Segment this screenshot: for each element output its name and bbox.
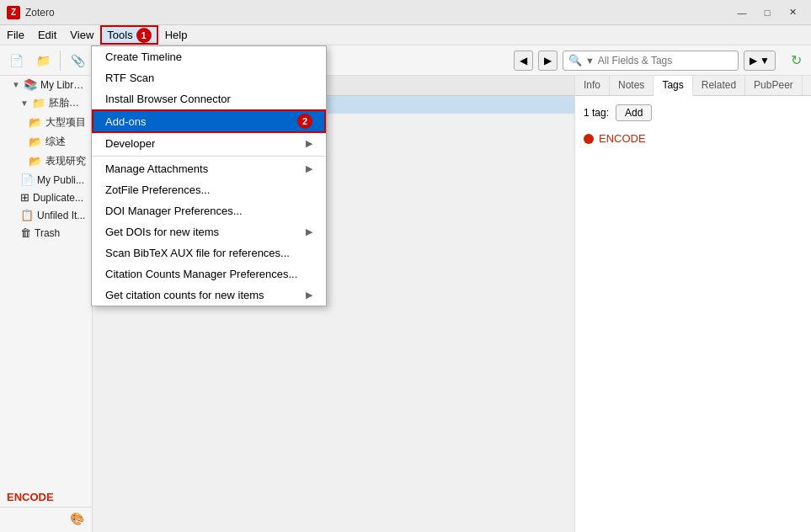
encode-tag-bottom: ENCODE [7,491,54,503]
close-button[interactable]: ✕ [781,4,804,21]
right-panel: Info Notes Tags Related PubPeer 1 tag: A… [575,76,811,532]
sidebar-item-summary[interactable]: 📂 综述 [0,132,92,152]
minimize-button[interactable]: — [730,4,754,21]
menu-help[interactable]: Help [158,25,195,45]
dropdown-install-browser[interactable]: Install Browser Connector [92,88,326,109]
search-prefix: ▼ [585,56,595,66]
right-tabs: Info Notes Tags Related PubPeer [575,76,811,96]
tag-count-row: 1 tag: Add [584,104,803,121]
sidebar-item-trash[interactable]: 🗑 Trash [0,224,92,242]
citation-counts-label: Citation Counts Manager Preferences... [105,268,297,280]
manage-attachments-label: Manage Attachments [105,162,208,175]
developer-arrow: ▶ [306,138,312,149]
sidebar-item-embryo[interactable]: ▼ 📁 胚胎发育 [0,93,92,113]
tab-notes[interactable]: Notes [610,76,654,95]
search-box: 🔍 ▼ [563,51,739,71]
sidebar-item-unfiled[interactable]: 📋 Unfiled It... [0,206,92,224]
app-icon: Z [7,6,20,19]
menu-edit[interactable]: Edit [31,25,63,45]
menu-file[interactable]: File [0,25,31,45]
sidebar-item-my-library[interactable]: ▼ 📚 My Library [0,76,92,93]
developer-label: Developer [105,137,155,150]
dropdown-citation-counts[interactable]: Citation Counts Manager Preferences... [92,263,326,285]
rtf-scan-label: RTF Scan [105,72,154,84]
step2-badge: 2 [297,114,312,129]
dropdown-developer[interactable]: Developer ▶ [92,133,326,154]
unfiled-label: Unfiled It... [37,210,85,221]
folder-large-icon: 📂 [29,116,42,129]
publications-icon: 📄 [20,173,34,186]
title-bar: Z Zotero — □ ✕ [0,0,811,25]
sidebar-item-duplicates[interactable]: ⊞ Duplicate... [0,189,92,206]
library-icon: 📚 [24,78,37,91]
dropdown-create-timeline[interactable]: Create Timeline [92,46,326,67]
large-project-label: 大型项目 [45,115,86,130]
dropdown-scan-bibtex[interactable]: Scan BibTeX AUX file for references... [92,242,326,263]
menu-tools[interactable]: Tools 1 [100,25,157,45]
unfiled-icon: 📋 [20,209,34,221]
my-publications-label: My Publi... [37,174,84,186]
left-bottom-bar: 🎨 [0,507,93,532]
forward-button[interactable]: ▶ [538,51,558,71]
duplicates-icon: ⊞ [20,191,29,204]
tag-color-dot [584,134,594,144]
install-browser-label: Install Browser Connector [105,93,231,105]
window-controls: — □ ✕ [730,4,804,21]
dropdown-rtf-scan[interactable]: RTF Scan [92,67,326,88]
folder-embryo-icon: 📁 [32,97,45,109]
color-picker-button[interactable]: 🎨 [70,512,87,529]
search-input[interactable] [598,55,733,66]
get-dois-label: Get DOIs for new items [105,226,219,238]
tag-entry-encode[interactable]: ENCODE [584,130,803,147]
sidebar-item-phenotype[interactable]: 📂 表现研究 [0,152,92,171]
back-button[interactable]: ◀ [514,51,533,71]
duplicates-label: Duplicate... [33,192,83,204]
attach-button[interactable]: 📎 [65,49,90,72]
tab-related[interactable]: Related [693,76,745,95]
dropdown-zotfile-prefs[interactable]: ZotFile Preferences... [92,179,326,200]
step1-badge: 1 [136,28,152,43]
new-collection-button[interactable]: 📁 [30,49,56,72]
new-item-button[interactable]: 📄 [3,49,29,72]
dropdown-get-dois[interactable]: Get DOIs for new items ▶ [92,221,326,242]
dropdown-manage-attachments[interactable]: Manage Attachments ▶ [92,158,326,179]
nav-right-button[interactable]: ▶ ▼ [744,51,776,71]
tab-info[interactable]: Info [575,76,610,95]
tree-arrow-embryo: ▼ [20,98,29,108]
menu-bar: File Edit View Tools 1 Help [0,25,811,45]
left-panel: ▼ 📚 My Library ▼ 📁 胚胎发育 📂 大型项目 📂 综述 📂 表现… [0,76,93,532]
tab-pubpeer[interactable]: PubPeer [745,76,803,95]
tab-tags[interactable]: Tags [654,76,692,96]
dropdown-get-citation-counts[interactable]: Get citation counts for new items ▶ [92,285,326,306]
dropdown-add-ons[interactable]: Add-ons 2 [92,109,326,133]
sync-button[interactable]: ↻ [784,49,808,72]
dropdown-doi-manager[interactable]: DOI Manager Preferences... [92,200,326,221]
doi-manager-label: DOI Manager Preferences... [105,205,243,217]
search-icon: 🔍 [568,54,582,66]
zotfile-prefs-label: ZotFile Preferences... [105,184,210,196]
maximize-button[interactable]: □ [755,4,779,21]
tag-count-label: 1 tag: [584,107,609,119]
sidebar-item-large-project[interactable]: 📂 大型项目 [0,113,92,132]
toolbar-separator-1 [60,51,61,71]
summary-label: 综述 [45,135,66,149]
folder-summary-icon: 📂 [29,136,42,148]
trash-icon: 🗑 [20,226,31,239]
tools-dropdown: Create Timeline RTF Scan Install Browser… [91,45,327,306]
get-citation-counts-label: Get citation counts for new items [105,289,264,301]
dropdown-separator-1 [92,156,326,157]
tag-label-encode: ENCODE [599,132,646,145]
menu-view[interactable]: View [63,25,100,45]
app-title: Zotero [25,7,55,19]
add-ons-label: Add-ons [105,115,146,128]
manage-attachments-arrow: ▶ [306,163,312,174]
sidebar-item-my-publications[interactable]: 📄 My Publi... [0,171,92,189]
create-timeline-label: Create Timeline [105,51,182,63]
trash-label: Trash [35,227,60,239]
add-tag-button[interactable]: Add [616,104,652,121]
get-dois-arrow: ▶ [306,226,312,237]
phenotype-label: 表现研究 [45,154,86,168]
right-content: 1 tag: Add ENCODE [575,96,811,532]
scan-bibtex-label: Scan BibTeX AUX file for references... [105,247,290,259]
title-bar-left: Z Zotero [7,6,55,19]
